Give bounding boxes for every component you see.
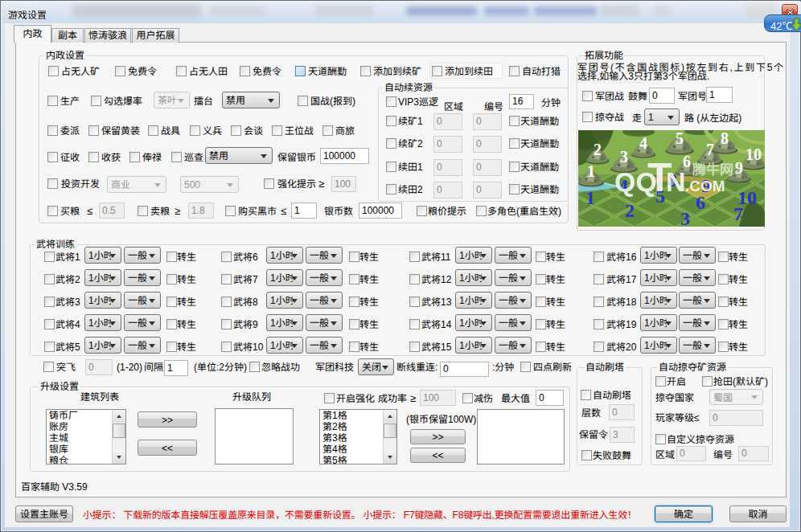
svg-text:4: 4 (639, 134, 647, 152)
svg-text:.COM: .COM (685, 178, 725, 194)
svg-text:3: 3 (620, 148, 628, 166)
svg-text:10: 10 (737, 187, 757, 208)
svg-text:1: 1 (587, 162, 595, 180)
svg-text:腾牛网: 腾牛网 (692, 162, 733, 178)
svg-text:9: 9 (735, 159, 743, 177)
svg-text:N: N (666, 166, 686, 197)
svg-text:3: 3 (680, 208, 690, 227)
svg-text:5: 5 (676, 130, 684, 147)
svg-text:10: 10 (746, 145, 762, 163)
svg-text:2: 2 (594, 141, 602, 158)
svg-text:7: 7 (706, 141, 714, 158)
svg-text:8: 8 (721, 130, 729, 147)
svg-text:2: 2 (625, 200, 635, 221)
svg-text:1: 1 (585, 187, 595, 208)
